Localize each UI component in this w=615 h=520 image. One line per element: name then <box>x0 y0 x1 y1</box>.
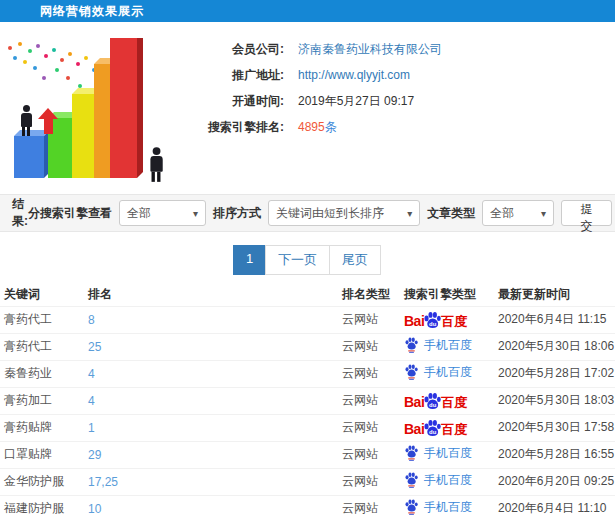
rank-link[interactable]: 25 <box>88 340 101 354</box>
engine-filter-label: 分搜索引擎查看 <box>28 205 112 222</box>
info-row-engine-rank: 搜索引擎排名: 4895条 <box>174 114 442 140</box>
update-time-cell: 2020年5月28日 16:55 <box>494 441 615 468</box>
pagination-wrap: 1 下一页 尾页 <box>0 232 615 284</box>
mobile-baidu-paw-icon <box>404 337 419 353</box>
rank-cell: 4 <box>84 387 338 414</box>
chart-bar-blue <box>14 136 44 178</box>
company-link[interactable]: 济南秦鲁药业科技有限公司 <box>298 42 442 56</box>
account-info-section: 会员公司: 济南秦鲁药业科技有限公司 推广地址: http://www.qlyy… <box>0 22 615 192</box>
mobile-baidu-paw-icon <box>404 445 419 461</box>
engine-filter-value: 全部 <box>127 205 151 222</box>
table-row: 秦鲁药业 4 云网站 手机百度 2020年5 <box>0 360 615 387</box>
table-row: 口罩贴牌 29 云网站 手机百度 2020年 <box>0 441 615 468</box>
mobile-baidu-paw-icon <box>404 364 419 380</box>
confetti-decoration <box>8 46 12 50</box>
rank-type-cell: 云网站 <box>338 306 400 333</box>
rank-type-cell: 云网站 <box>338 360 400 387</box>
rank-link[interactable]: 10 <box>88 502 101 516</box>
page-button-1[interactable]: 1 <box>233 245 266 275</box>
rank-cell: 25 <box>84 333 338 360</box>
table-row: 膏药代工 25 云网站 手机百度 2020年 <box>0 333 615 360</box>
filter-controls: 分搜索引擎查看 全部 ▾ 排序方式 关键词由短到长排序 ▾ 文章类型 全部 ▾ … <box>28 200 612 226</box>
keyword-cell: 膏药加工 <box>0 387 84 414</box>
account-info-list: 会员公司: 济南秦鲁药业科技有限公司 推广地址: http://www.qlyy… <box>174 22 442 192</box>
keyword-cell: 福建防护服 <box>0 495 84 520</box>
last-page-button[interactable]: 尾页 <box>329 245 381 275</box>
engine-type-cell: Bai du 百度 <box>400 306 494 333</box>
info-row-company: 会员公司: 济南秦鲁药业科技有限公司 <box>174 36 442 62</box>
svg-text:du: du <box>429 321 437 327</box>
table-row: 膏药加工 4 云网站 Bai du 百度 2020年 <box>0 387 615 414</box>
rank-cell: 10 <box>84 495 338 520</box>
baidu-mobile-logo: 手机百度 <box>404 364 472 381</box>
rank-cell: 1 <box>84 414 338 441</box>
info-row-url: 推广地址: http://www.qlyyjt.com <box>174 62 442 88</box>
rank-link[interactable]: 8 <box>88 313 95 327</box>
chevron-down-icon: ▾ <box>399 208 412 219</box>
sort-filter-select[interactable]: 关键词由短到长排序 ▾ <box>268 200 420 226</box>
header-update-time: 最新更新时间 <box>494 284 615 306</box>
header-keyword: 关键词 <box>0 284 84 306</box>
company-label: 会员公司: <box>174 41 284 58</box>
rank-type-cell: 云网站 <box>338 387 400 414</box>
baidu-pc-logo: Bai du 百度 <box>404 311 467 328</box>
update-time-cell: 2020年5月28日 17:02 <box>494 360 615 387</box>
businessman-figure-left <box>18 105 34 136</box>
rank-type-cell: 云网站 <box>338 414 400 441</box>
sort-filter-value: 关键词由短到长排序 <box>276 205 384 222</box>
baidu-mobile-logo: 手机百度 <box>404 499 472 516</box>
rank-cell: 8 <box>84 306 338 333</box>
rank-link[interactable]: 4 <box>88 394 95 408</box>
engine-type-cell: 手机百度 <box>400 360 494 387</box>
keyword-cell: 膏药代工 <box>0 306 84 333</box>
rank-cell: 29 <box>84 441 338 468</box>
businessman-figure-right <box>147 147 165 182</box>
results-table: 关键词 排名 排名类型 搜索引擎类型 最新更新时间 膏药代工 8 云网站 Bai <box>0 284 615 520</box>
baidu-paw-icon: du <box>423 311 442 329</box>
promotion-url-link[interactable]: http://www.qlyyjt.com <box>298 68 410 82</box>
rank-link[interactable]: 29 <box>88 448 101 462</box>
keyword-cell: 秦鲁药业 <box>0 360 84 387</box>
update-time-cell: 2020年6月4日 11:10 <box>494 495 615 520</box>
info-row-open-time: 开通时间: 2019年5月27日 09:17 <box>174 88 442 114</box>
svg-text:du: du <box>429 429 437 435</box>
rank-link[interactable]: 1 <box>88 421 95 435</box>
svg-text:du: du <box>429 402 437 408</box>
rank-link[interactable]: 4 <box>88 367 95 381</box>
table-row: 膏药贴牌 1 云网站 Bai du 百度 2020年 <box>0 414 615 441</box>
engine-type-cell: Bai du 百度 <box>400 387 494 414</box>
window-titlebar: 网络营销效果展示 <box>0 0 615 22</box>
update-time-cell: 2020年6月4日 11:15 <box>494 306 615 333</box>
mobile-baidu-paw-icon <box>404 472 419 488</box>
article-type-select[interactable]: 全部 ▾ <box>482 200 554 226</box>
rank-link[interactable]: 17,25 <box>88 475 118 489</box>
rank-type-cell: 云网站 <box>338 495 400 520</box>
engine-type-cell: 手机百度 <box>400 333 494 360</box>
engine-rank-label: 搜索引擎排名: <box>174 119 284 136</box>
update-time-cell: 2020年5月30日 18:06 <box>494 333 615 360</box>
promotion-url-label: 推广地址: <box>174 67 284 84</box>
rank-cell: 4 <box>84 360 338 387</box>
keyword-cell: 膏药贴牌 <box>0 414 84 441</box>
article-type-label: 文章类型 <box>427 205 475 222</box>
table-row: 金华防护服 17,25 云网站 手机百度 2 <box>0 468 615 495</box>
next-page-button[interactable]: 下一页 <box>265 245 330 275</box>
table-header-row: 关键词 排名 排名类型 搜索引擎类型 最新更新时间 <box>0 284 615 306</box>
header-rank: 排名 <box>84 284 338 306</box>
chevron-down-icon: ▾ <box>185 208 198 219</box>
rank-cell: 17,25 <box>84 468 338 495</box>
results-table-body: 膏药代工 8 云网站 Bai du 百度 2020年 <box>0 306 615 520</box>
engine-rank-unit: 条 <box>325 120 337 134</box>
open-time-value: 2019年5月27日 09:17 <box>298 93 414 110</box>
result-label: 结果: <box>12 196 28 230</box>
submit-button[interactable]: 提交 <box>561 200 612 226</box>
update-time-cell: 2020年6月20日 09:25 <box>494 468 615 495</box>
rank-type-cell: 云网站 <box>338 333 400 360</box>
header-engine-type: 搜索引擎类型 <box>400 284 494 306</box>
rank-type-cell: 云网站 <box>338 468 400 495</box>
table-row: 膏药代工 8 云网站 Bai du 百度 2020年 <box>0 306 615 333</box>
growth-chart-illustration <box>2 38 174 190</box>
engine-type-cell: Bai du 百度 <box>400 414 494 441</box>
engine-filter-select[interactable]: 全部 ▾ <box>119 200 206 226</box>
update-time-cell: 2020年5月30日 18:03 <box>494 387 615 414</box>
